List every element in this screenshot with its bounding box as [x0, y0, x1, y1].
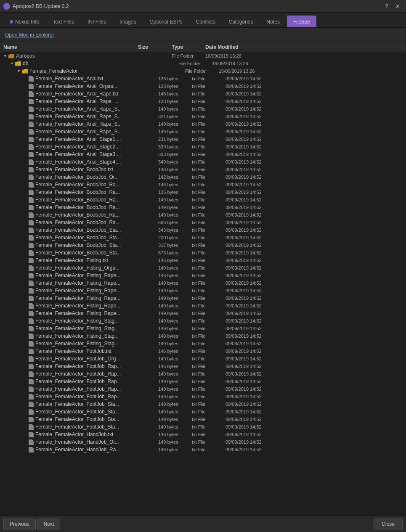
list-item[interactable]: ▶ Female_FemaleActor_Anal_Stage4.... 549… [0, 158, 406, 166]
list-item[interactable]: ▶ Female_FemaleActor_FootJob_Sta... 149 … [0, 400, 406, 408]
tab-conflicts[interactable]: Conflicts [189, 16, 221, 27]
list-item[interactable]: ▶ Female_FemaleActor_Anal_Stage3.... 303… [0, 151, 406, 158]
file-date-24: 09/09/2019 14:52 [226, 258, 284, 263]
list-item[interactable]: ▶ Female_FemaleActor_FootJob_Rap... 149 … [0, 378, 406, 385]
list-item[interactable]: ▶ Female_FemaleActor_BoobJob_Ra... 149 b… [0, 211, 406, 219]
tab-ini-files-label: INI Files [88, 19, 106, 25]
close-button[interactable]: Close [374, 519, 403, 529]
list-item[interactable]: ▶ Female_FemaleActor_Anal_Stage1.... 231… [0, 135, 406, 143]
list-item[interactable]: ▶ Female_FemaleActor_BoobJob_Ra... 146 b… [0, 181, 406, 188]
list-item[interactable]: ▶ Female_FemaleActor_BoobJob_Sta... 673 … [0, 249, 406, 257]
list-item[interactable]: ▶ Female_FemaleActor_BoobJob_Ra... 135 b… [0, 188, 406, 196]
list-item[interactable]: ▶ Female_FemaleActor_Fisting_Stag... 149… [0, 340, 406, 347]
help-button[interactable]: ? [382, 2, 392, 11]
file-size-42: 149 bytes [158, 394, 192, 399]
tab-categories[interactable]: Categories [223, 16, 260, 27]
list-item[interactable]: ▶ Female_FemaleActor_Fisting_Rape... 149… [0, 287, 406, 294]
list-item[interactable]: ▶ Female_FemaleActor_Anal_Rape_S... 149 … [0, 128, 406, 135]
tab-text-files-label: Text Files [53, 19, 74, 25]
file-size-44: 149 bytes [158, 409, 192, 414]
file-label-45: Female_FemaleActor_FootJob_Sta... [35, 416, 119, 422]
file-type-43: txt File [192, 402, 226, 407]
list-item[interactable]: ▶ Female_FemaleActor_FootJob_Org... 149 … [0, 355, 406, 363]
previous-button[interactable]: Previous [3, 519, 36, 529]
filetree-container: Name Size Type Date Modified ▼ Apropos F… [0, 42, 406, 515]
list-item[interactable]: ▶ Female_FemaleActor_Fisting_Stag... 149… [0, 325, 406, 332]
list-item[interactable]: ▶ Female_FemaleActor_Anal_Rape.txt 146 b… [0, 90, 406, 98]
list-item[interactable]: ▶ Female_FemaleActor_BoobJob_Ra... 149 b… [0, 196, 406, 204]
list-item[interactable]: ▶ Female_FemaleActor_BoobJob_Ra... 566 b… [0, 219, 406, 226]
list-item[interactable]: ▶ Female_FemaleActor_Fisting_Rape... 149… [0, 279, 406, 287]
file-label-36: Female_FemaleActor_FootJob.txt [35, 348, 111, 354]
list-item[interactable]: ▶ Female_FemaleActor_FootJob_Rap... 149 … [0, 370, 406, 378]
file-size-37: 149 bytes [158, 356, 192, 361]
tab-ini-files[interactable]: INI Files [81, 16, 112, 27]
list-item[interactable]: ▶ Female_FemaleActor_Fisting_Orga... 149… [0, 264, 406, 272]
file-date-48: 09/09/2019 14:52 [226, 439, 284, 445]
file-label-32: Female_FemaleActor_Fisting_Stag... [35, 318, 119, 324]
tab-images[interactable]: Images [113, 16, 142, 27]
file-type-12: txt File [192, 167, 226, 172]
file-icon-44 [29, 409, 34, 415]
file-icon-11 [29, 159, 34, 165]
file-label-10: Female_FemaleActor_Anal_Stage3.... [35, 151, 121, 157]
list-item[interactable]: ▶ Female_FemaleActor_Fisting_Rape... 149… [0, 310, 406, 317]
list-item[interactable]: ▶ Female_FemaleActor_Fisting_Rape... 146… [0, 272, 406, 279]
next-button[interactable]: Next [37, 519, 61, 529]
file-type-7: txt File [192, 129, 226, 134]
list-item[interactable]: ▶ Female_FemaleActor_FootJob_Rap... 146 … [0, 363, 406, 370]
tab-optional-esps[interactable]: Optional ESPs [143, 16, 188, 27]
list-item[interactable]: ▶ Female_FemaleActor_BoobJob_Sta... 200 … [0, 234, 406, 241]
list-item[interactable]: ▶ Female_FemaleActor_Anal_Rape_... 128 b… [0, 98, 406, 105]
list-item[interactable]: ▶ Female_FemaleActor_Fisting.txt 146 byt… [0, 257, 406, 264]
list-item[interactable]: ▶ Female_FemaleActor_BoobJob_Or... 142 b… [0, 173, 406, 181]
list-item[interactable]: ▶ Female_FemaleActor_HandJob_Or... 149 b… [0, 438, 406, 446]
list-item[interactable]: ▶ Female_FemaleActor_Fisting_Stag... 149… [0, 317, 406, 325]
list-item[interactable]: ▶ Female_FemaleActor_Fisting_Stag... 149… [0, 332, 406, 340]
tree-row-apropos[interactable]: ▼ Apropos File Folder 16/09/2019 13:26 [0, 52, 406, 60]
tree-row-db[interactable]: ▼ db File Folder 16/09/2019 13:26 [0, 60, 406, 67]
list-item[interactable]: ▶ Female_FemaleActor_HandJob.txt 146 byt… [0, 431, 406, 438]
list-item[interactable]: ▶ Female_FemaleActor_FootJob.txt 146 byt… [0, 347, 406, 355]
list-item[interactable]: ▶ Female_FemaleActor_Anal.txt 126 bytes … [0, 75, 406, 82]
tree-scroll-area[interactable]: ▼ Apropos File Folder 16/09/2019 13:26 ▼… [0, 52, 406, 515]
list-item[interactable]: ▶ Female_FemaleActor_BoobJob_Sta... 317 … [0, 241, 406, 249]
open-mod-link[interactable]: Open Mod in Explorer [5, 32, 54, 38]
file-date-23: 09/09/2019 14:52 [226, 250, 284, 255]
list-item[interactable]: ▶ Female_FemaleActor_Anal_Stage2.... 339… [0, 143, 406, 151]
file-type-38: txt File [192, 364, 226, 369]
file-size-7: 149 bytes [158, 129, 192, 134]
file-type-32: txt File [192, 318, 226, 323]
list-item[interactable]: ▶ Female_FemaleActor_FootJob_Sta... 149 … [0, 416, 406, 423]
file-label-2: Female_FemaleActor_Anal_Rape.txt [35, 91, 118, 97]
list-item[interactable]: ▶ Female_FemaleActor_Anal_Rape_S... 321 … [0, 113, 406, 120]
tab-nexus-info[interactable]: Nexus Info [3, 16, 45, 27]
file-icon-27 [29, 281, 34, 286]
list-item[interactable]: ▶ Female_FemaleActor_BoobJob_Ra... 149 b… [0, 204, 406, 211]
list-item[interactable]: ▶ Female_FemaleActor_HandJob_Ra... 146 b… [0, 446, 406, 453]
list-item[interactable]: ▶ Female_FemaleActor_Fisting_Rape... 149… [0, 294, 406, 302]
tab-categories-label: Categories [229, 19, 253, 25]
file-label-3: Female_FemaleActor_Anal_Rape_... [35, 98, 118, 104]
list-item[interactable]: ▶ Female_FemaleActor_Anal_Orgas... 128 b… [0, 82, 406, 90]
list-item[interactable]: ▶ Female_FemaleActor_Anal_Rape_S... 149 … [0, 120, 406, 128]
tab-notes[interactable]: Notes [260, 16, 286, 27]
list-item[interactable]: ▶ Female_FemaleActor_Anal_Rape_S... 149 … [0, 105, 406, 113]
file-icon-16 [29, 197, 34, 203]
file-icon-21 [29, 235, 34, 241]
list-item[interactable]: ▶ Female_FemaleActor_FootJob_Sta... 149 … [0, 408, 406, 416]
file-icon-14 [29, 182, 34, 188]
list-item[interactable]: ▶ Female_FemaleActor_FootJob_Sta... 149 … [0, 423, 406, 431]
tree-row-female-femaleactor[interactable]: ▼ Female_FemaleActor File Folder 16/09/2… [0, 67, 406, 75]
file-label-1: Female_FemaleActor_Anal_Orgas... [35, 83, 117, 89]
list-item[interactable]: ▶ Female_FemaleActor_FootJob_Rap... 149 … [0, 393, 406, 400]
window-close-button[interactable]: ✕ [393, 2, 403, 11]
tab-filetree[interactable]: Filetree [287, 16, 316, 27]
list-item[interactable]: ▶ Female_FemaleActor_BoobJob_Sta... 343 … [0, 226, 406, 234]
list-item[interactable]: ▶ Female_FemaleActor_FootJob_Rap... 149 … [0, 385, 406, 393]
tab-text-files[interactable]: Text Files [46, 16, 80, 27]
file-date-4: 09/09/2019 14:52 [226, 106, 284, 111]
list-item[interactable]: ▶ Female_FemaleActor_BoobJob.txt 146 byt… [0, 166, 406, 173]
file-icon-22 [29, 243, 34, 248]
list-item[interactable]: ▶ Female_FemaleActor_Fisting_Rape... 149… [0, 302, 406, 310]
